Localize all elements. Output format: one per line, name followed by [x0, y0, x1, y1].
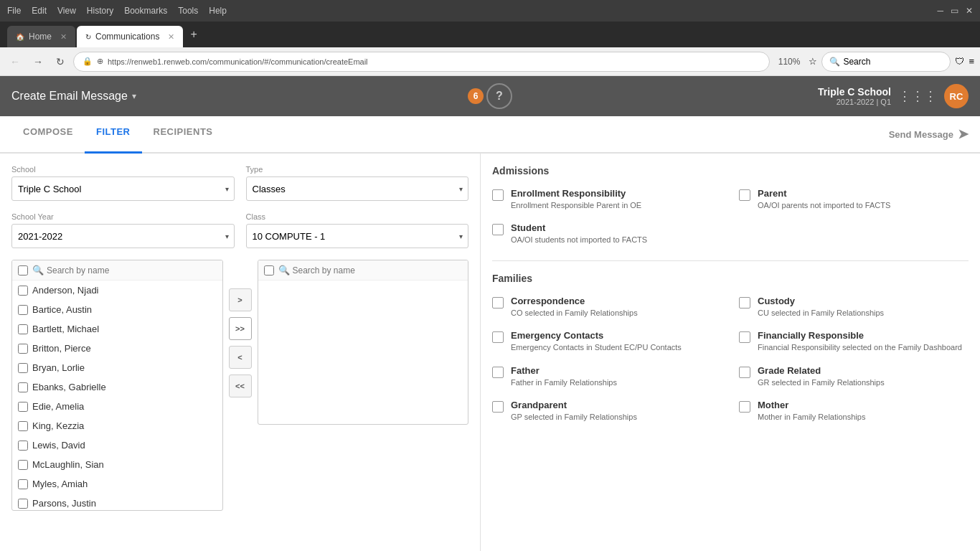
user-avatar[interactable]: RC — [944, 84, 969, 108]
menu-edit[interactable]: Edit — [32, 6, 47, 16]
list-item[interactable]: Anderson, Njadi — [12, 281, 222, 300]
families-checkbox[interactable] — [739, 401, 750, 413]
left-search-icon: 🔍 — [32, 265, 44, 276]
left-search-input[interactable] — [47, 265, 217, 276]
right-list-select-all[interactable] — [264, 265, 274, 276]
list-item[interactable]: Bartice, Austin — [12, 300, 222, 319]
tab-recipients[interactable]: RECIPIENTS — [142, 116, 225, 154]
student-checkbox[interactable] — [18, 344, 28, 354]
list-item[interactable]: Britton, Pierce — [12, 339, 222, 358]
transfer-right-all-button[interactable]: >> — [229, 317, 252, 340]
browser-search-bar[interactable]: 🔍 Search — [821, 52, 951, 72]
families-checkbox[interactable] — [492, 401, 504, 413]
school-year-select[interactable]: 2021-2022 — [11, 224, 235, 248]
address-bar[interactable]: 🔒 ⊕ https://renweb1.renweb.com/communica… — [73, 52, 770, 72]
tab-compose[interactable]: COMPOSE — [11, 116, 85, 154]
app-header: Create Email Message ▾ 6 ? Triple C Scho… — [0, 76, 980, 116]
student-checkbox[interactable] — [18, 324, 28, 334]
student-checkbox[interactable] — [18, 305, 28, 315]
transfer-right-one-button[interactable]: > — [229, 288, 252, 311]
families-item-text: Correspondence CO selected in Family Rel… — [511, 296, 638, 319]
left-list-items: Anderson, Njadi Bartice, Austin Bartlett… — [12, 281, 222, 510]
student-checkbox[interactable] — [18, 499, 28, 509]
school-label: School — [11, 165, 235, 174]
list-item[interactable]: Parsons, Justin — [12, 494, 222, 510]
list-item[interactable]: Bartlett, Michael — [12, 319, 222, 339]
tab-communications[interactable]: ↻ Communications ✕ — [77, 26, 183, 47]
school-year-group: School Year 2021-2022 ▾ — [11, 212, 235, 248]
families-checkbox[interactable] — [492, 297, 504, 309]
families-item: Emergency Contacts Emergency Contacts in… — [492, 330, 722, 353]
list-item[interactable]: McLaughlin, Sian — [12, 455, 222, 474]
minimize-icon[interactable]: ─ — [937, 6, 943, 16]
list-item[interactable]: Edie, Amelia — [12, 397, 222, 416]
school-year-label: School Year — [11, 212, 235, 221]
families-checkbox[interactable] — [739, 297, 750, 309]
student-checkbox[interactable] — [18, 286, 28, 296]
send-message-button[interactable]: Send Message ➤ — [889, 116, 969, 152]
student-checkbox[interactable] — [18, 421, 28, 431]
grid-icon[interactable]: ⋮⋮⋮ — [898, 88, 937, 104]
student-checkbox[interactable] — [18, 460, 28, 470]
left-list-select-all[interactable] — [18, 265, 28, 276]
forward-button[interactable]: → — [29, 53, 47, 70]
families-checkbox[interactable] — [492, 331, 504, 343]
student-name: Edie, Amelia — [32, 401, 84, 412]
type-select[interactable]: Classes — [246, 176, 469, 201]
tab-communications-close[interactable]: ✕ — [168, 32, 174, 42]
student-checkbox[interactable] — [18, 363, 28, 373]
help-icon[interactable]: ? — [486, 83, 512, 109]
list-item[interactable]: King, Kezzia — [12, 416, 222, 435]
class-select[interactable]: 10 COMPUTE - 1 — [246, 224, 469, 248]
list-item[interactable]: Bryan, Lorlie — [12, 358, 222, 377]
admissions-checkbox[interactable] — [492, 224, 504, 235]
admissions-section-title: Admissions — [492, 165, 969, 179]
tab-home-close[interactable]: ✕ — [60, 32, 67, 42]
menu-history[interactable]: History — [87, 6, 113, 16]
header-dropdown-arrow[interactable]: ▾ — [132, 91, 136, 101]
reload-button[interactable]: ↻ — [52, 53, 69, 70]
admissions-checkbox[interactable] — [492, 189, 504, 201]
families-item-desc: Mother in Family Relationships — [758, 412, 865, 423]
tab-filter[interactable]: FILTER — [85, 116, 142, 154]
school-select[interactable]: Triple C School — [11, 176, 235, 201]
back-button[interactable]: ← — [6, 53, 24, 70]
student-name: Bartice, Austin — [32, 304, 92, 315]
notification-badge[interactable]: 6 — [468, 88, 484, 104]
list-item[interactable]: Myles, Amiah — [12, 474, 222, 494]
student-name: Anderson, Njadi — [32, 285, 99, 296]
transfer-left-all-button[interactable]: << — [229, 375, 252, 397]
families-item-label: Mother — [758, 400, 865, 410]
right-search-input[interactable] — [293, 265, 463, 276]
browser-window-controls: ─ ▭ ✕ — [937, 6, 973, 16]
families-checkbox[interactable] — [739, 367, 750, 378]
maximize-icon[interactable]: ▭ — [951, 6, 958, 16]
student-name: Myles, Amiah — [32, 479, 88, 489]
families-item-text: Father Father in Family Relationships — [511, 365, 617, 388]
families-checkbox[interactable] — [739, 331, 750, 343]
student-checkbox[interactable] — [18, 441, 28, 451]
menu-view[interactable]: View — [57, 6, 76, 16]
families-item-text: Emergency Contacts Emergency Contacts in… — [511, 330, 682, 353]
families-item-label: Father — [511, 365, 617, 376]
list-item[interactable]: Ebanks, Gabrielle — [12, 377, 222, 397]
close-icon[interactable]: ✕ — [966, 6, 973, 16]
student-checkbox[interactable] — [18, 402, 28, 412]
browser-menu: File Edit View History Bookmarks Tools H… — [7, 6, 227, 16]
menu-file[interactable]: File — [7, 6, 21, 16]
menu-help[interactable]: Help — [209, 6, 227, 16]
families-item-text: Financially Responsible Financial Respon… — [758, 330, 962, 353]
menu-icon[interactable]: ≡ — [969, 56, 974, 67]
new-tab-button[interactable]: + — [184, 28, 202, 41]
families-checkbox[interactable] — [492, 367, 504, 378]
student-checkbox[interactable] — [18, 382, 28, 392]
tab-home[interactable]: 🏠 Home ✕ — [7, 26, 75, 47]
list-item[interactable]: Lewis, David — [12, 435, 222, 455]
transfer-left-one-button[interactable]: < — [229, 346, 252, 369]
bookmark-icon[interactable]: ☆ — [809, 56, 817, 67]
families-item-text: Grandparent GP selected in Family Relati… — [511, 400, 637, 423]
student-checkbox[interactable] — [18, 479, 28, 489]
menu-tools[interactable]: Tools — [178, 6, 198, 16]
menu-bookmarks[interactable]: Bookmarks — [124, 6, 167, 16]
admissions-checkbox[interactable] — [739, 189, 750, 201]
